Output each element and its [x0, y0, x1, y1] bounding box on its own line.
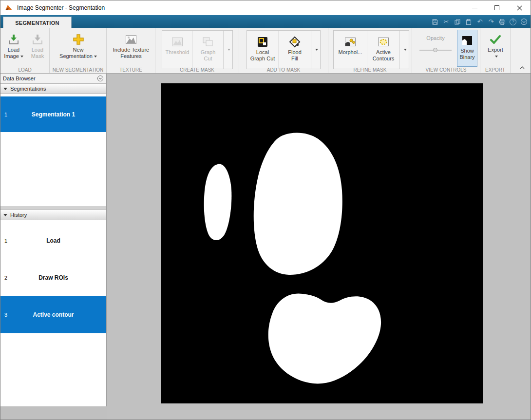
dropdown-caret-icon	[20, 56, 23, 57]
section-label-export: EXPORT	[480, 67, 510, 73]
toolstrip-ribbon: Load Image Load Mask LOAD New Segmentati…	[0, 28, 531, 74]
section-export: Export EXPORT	[480, 28, 511, 73]
history-list[interactable]: 1 Load 2 Draw ROIs 3 Active contour	[0, 220, 106, 406]
row-label: Segmentation 1	[32, 111, 75, 118]
toolbar-expand-icon[interactable]	[520, 18, 528, 26]
show-binary-button[interactable]: Show Binary	[457, 30, 477, 67]
section-new-segmentation: New Segmentation NEW SEGMENTATION	[50, 28, 107, 73]
toolstrip-tabbar: SEGMENTATION ✂ ↶ ↷ ?	[0, 15, 531, 28]
add-to-mask-group: Local Graph Cut Flood Fill	[247, 30, 321, 69]
history-section-header[interactable]: History	[0, 210, 106, 220]
local-graph-cut-label-1: Local	[256, 49, 269, 56]
section-load: Load Image Load Mask LOAD	[0, 28, 50, 73]
history-row[interactable]: 3 Active contour	[0, 296, 106, 333]
data-browser-header: Data Browser	[0, 74, 106, 83]
opacity-slider	[419, 48, 452, 53]
load-mask-label-1: Load	[32, 47, 43, 53]
refine-mask-group: Morphol... Active Contours	[333, 30, 409, 69]
collapse-ribbon-button[interactable]	[518, 64, 527, 71]
help-icon[interactable]: ?	[510, 19, 516, 25]
section-label-load: LOAD	[0, 67, 49, 73]
image-display-area	[107, 74, 531, 420]
export-check-icon	[489, 32, 502, 47]
copy-icon[interactable]	[454, 18, 461, 26]
opacity-label: Opacity	[417, 35, 454, 41]
include-texture-button[interactable]: Include Texture Features	[109, 29, 153, 66]
threshold-button: Threshold	[162, 31, 192, 69]
section-view-controls: Opacity Show Binary VIEW CONTROLS	[412, 28, 480, 73]
threshold-label: Threshold	[166, 49, 190, 56]
row-number: 1	[4, 238, 7, 244]
export-caret-line	[493, 53, 498, 59]
active-contours-icon	[377, 35, 390, 49]
graph-cut-label-2: Cut	[204, 56, 212, 62]
active-contours-button[interactable]: Active Contours	[367, 31, 399, 69]
panel-actions-icon[interactable]	[97, 75, 104, 83]
matlab-logo-icon	[4, 3, 13, 12]
load-mask-button: Load Mask	[26, 29, 49, 66]
morphology-button[interactable]: Morphol...	[334, 31, 367, 69]
local-graph-cut-button[interactable]: Local Graph Cut	[247, 31, 278, 69]
graph-cut-label-1: Graph	[201, 49, 216, 56]
row-label: Draw ROIs	[38, 274, 68, 281]
flood-fill-button[interactable]: Flood Fill	[278, 31, 311, 69]
cut-icon[interactable]: ✂	[442, 18, 450, 26]
binary-mask-canvas[interactable]	[161, 83, 483, 403]
row-number: 3	[4, 312, 7, 318]
section-refine-mask: Morphol... Active Contours REFINE MASK	[328, 28, 412, 73]
dropdown-caret-icon	[404, 49, 407, 51]
binary-mask-image	[161, 83, 483, 403]
history-header-label: History	[10, 212, 27, 218]
panel-splitter[interactable]	[0, 206, 106, 210]
print-icon[interactable]	[498, 18, 506, 26]
new-segmentation-label-1: New	[73, 47, 83, 53]
minimize-icon	[472, 8, 477, 8]
section-texture: Include Texture Features TEXTURE	[107, 28, 155, 73]
chevron-up-icon	[519, 65, 525, 70]
segmentations-section-header[interactable]: Segmentations	[0, 83, 106, 94]
save-icon[interactable]	[431, 18, 439, 26]
load-image-button[interactable]: Load Image	[1, 29, 26, 66]
refine-mask-dropdown-button[interactable]	[399, 31, 409, 69]
history-row[interactable]: 1 Load	[0, 222, 106, 259]
local-graph-cut-label-2: Graph Cut	[250, 56, 275, 62]
data-browser-title: Data Browser	[3, 76, 36, 81]
close-button[interactable]	[508, 0, 531, 15]
history-row[interactable]: 2 Draw ROIs	[0, 259, 106, 296]
collapse-triangle-icon	[3, 88, 7, 90]
show-binary-label-2: Binary	[459, 54, 474, 60]
section-label-view-controls: VIEW CONTROLS	[412, 67, 480, 73]
threshold-icon	[171, 35, 184, 49]
new-segmentation-label-2: Segmentation	[59, 53, 97, 59]
add-to-mask-dropdown-button[interactable]	[311, 31, 320, 69]
new-segmentation-icon	[72, 32, 85, 47]
load-mask-icon	[31, 32, 44, 47]
row-label: Load	[46, 237, 60, 244]
load-mask-label-2: Mask	[31, 53, 44, 59]
texture-icon	[125, 32, 137, 47]
show-binary-icon	[461, 33, 474, 48]
tab-segmentation[interactable]: SEGMENTATION	[3, 17, 72, 28]
flood-fill-label-2: Fill	[291, 56, 298, 62]
local-graph-cut-icon	[256, 35, 269, 49]
texture-label-1: Include Texture	[113, 47, 149, 53]
section-label-texture: TEXTURE	[107, 67, 155, 73]
undo-icon[interactable]: ↶	[476, 18, 484, 26]
show-binary-label-1: Show	[460, 48, 474, 54]
maximize-button[interactable]	[486, 0, 508, 15]
morphology-label: Morphol...	[339, 49, 362, 56]
dropdown-caret-icon	[94, 56, 97, 57]
dropdown-caret-icon	[315, 49, 318, 51]
paste-icon[interactable]	[465, 18, 473, 26]
minimize-button[interactable]	[463, 0, 486, 15]
window-controls	[463, 0, 531, 15]
new-segmentation-button[interactable]: New Segmentation	[56, 29, 101, 66]
section-label-new-segmentation: NEW SEGMENTATION	[50, 67, 106, 73]
segmentation-row[interactable]: 1 Segmentation 1	[0, 96, 106, 132]
export-button[interactable]: Export	[484, 29, 507, 66]
graph-cut-button: Graph Cut	[192, 31, 223, 69]
redo-icon[interactable]: ↷	[487, 18, 495, 26]
load-image-label-1: Load	[8, 47, 19, 53]
texture-label-2: Features	[120, 53, 141, 59]
segmentations-list[interactable]: 1 Segmentation 1	[0, 94, 106, 206]
